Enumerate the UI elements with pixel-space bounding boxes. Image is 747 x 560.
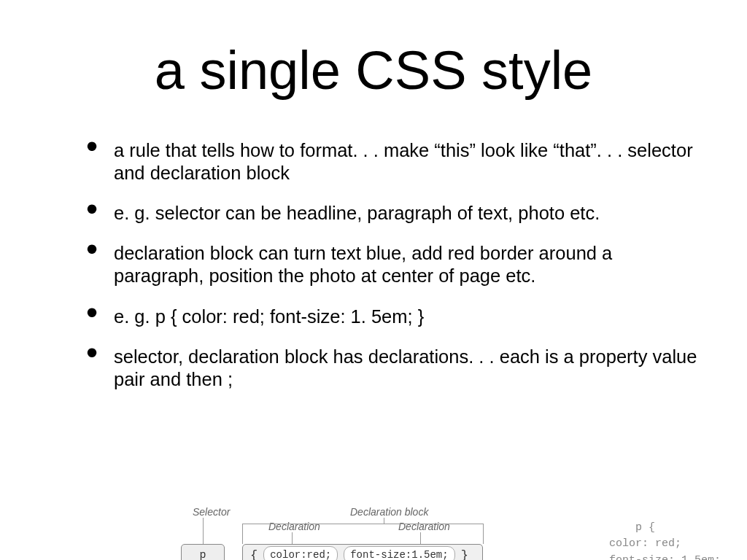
bullet-item: a rule that tells how to format. . . mak… xyxy=(86,139,703,184)
css-rule-diagram: Selector Declaration block Declaration D… xyxy=(181,510,568,560)
label-selector: Selector xyxy=(193,506,230,518)
code-line: p { xyxy=(635,521,655,534)
connector-line xyxy=(242,524,243,544)
bullet-item: e. g. p { color: red; font-size: 1. 5em;… xyxy=(86,306,703,328)
connector-line xyxy=(483,524,484,544)
code-sample: p { color: red;font-size: 1.5em;} xyxy=(596,503,721,560)
bullet-list: a rule that tells how to format. . . mak… xyxy=(0,139,747,391)
bullet-item: selector, declaration block has declarat… xyxy=(86,346,703,391)
connector-line xyxy=(242,524,483,524)
brace-close: } xyxy=(461,548,468,561)
label-declaration: Declaration xyxy=(398,521,450,532)
declaration-pill: font-size:1.5em; xyxy=(344,546,454,560)
selector-box: p xyxy=(181,544,225,560)
declaration-pill: color:red; xyxy=(263,546,338,560)
bullet-item: declaration block can turn text blue, ad… xyxy=(86,242,703,287)
code-line: color: red; xyxy=(609,536,721,553)
brace-open: { xyxy=(250,548,258,561)
code-line: font-size: 1.5em; xyxy=(609,553,721,561)
declaration-block-box: { color:red; font-size:1.5em; } xyxy=(242,544,483,560)
bullet-item: e. g. selector can be headline, paragrap… xyxy=(86,202,703,225)
slide-title: a single CSS style xyxy=(0,0,747,101)
label-declaration-block: Declaration block xyxy=(350,506,428,518)
connector-line xyxy=(384,518,384,524)
connector-line xyxy=(203,518,204,544)
slide: a single CSS style a rule that tells how… xyxy=(0,0,747,560)
label-declaration: Declaration xyxy=(268,521,320,532)
